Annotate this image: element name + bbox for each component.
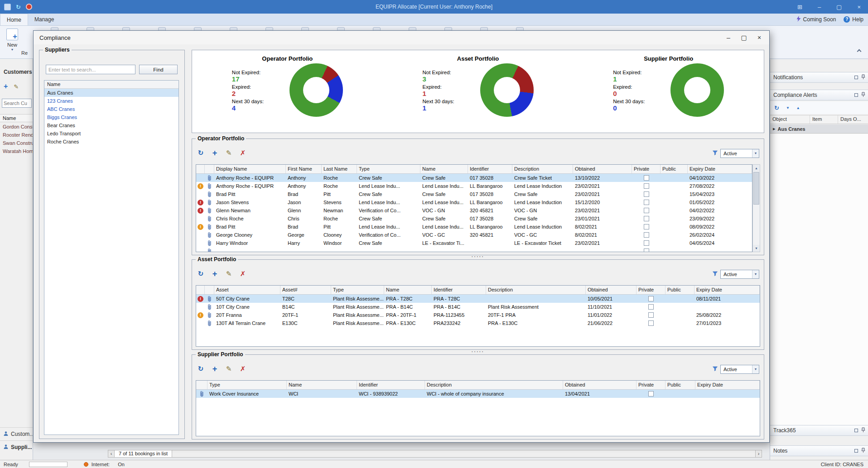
- table-row[interactable]: [196, 247, 752, 252]
- private-checkbox[interactable]: [644, 240, 649, 246]
- table-header-row[interactable]: AssetAsset#TypeNameIdentifierDescription…: [196, 286, 760, 295]
- filter-icon[interactable]: [713, 271, 718, 277]
- maximize-button[interactable]: ▢: [836, 4, 842, 10]
- supplier-item[interactable]: Biggs Cranes: [44, 113, 178, 121]
- alerts-column-headers[interactable]: Object Item Days O...: [770, 115, 868, 124]
- table-row[interactable]: Chris RocheChrisRocheCrew SafeCrew Safe0…: [196, 215, 752, 223]
- float-panel-icon[interactable]: [854, 429, 858, 432]
- layout-grid-icon[interactable]: ⊞: [797, 4, 802, 10]
- scroll-down-button[interactable]: ▼: [753, 245, 760, 252]
- supplier-item[interactable]: ABC Cranes: [44, 105, 178, 113]
- alerts-col-days[interactable]: Days O...: [838, 115, 868, 124]
- table-row[interactable]: !Glenn NewmanGlennNewmanVerification of …: [196, 206, 752, 215]
- float-panel-icon[interactable]: [854, 76, 858, 79]
- scroll-right-button[interactable]: ›: [755, 450, 762, 458]
- compliance-alerts-panel-header[interactable]: Compliance Alerts: [770, 90, 868, 100]
- vertical-scrollbar[interactable]: ▲ ▼: [752, 164, 760, 252]
- delete-button[interactable]: ✗: [239, 149, 247, 157]
- expand-all-icon[interactable]: ▼: [786, 106, 790, 110]
- add-button[interactable]: +: [211, 149, 219, 157]
- table-row[interactable]: Work Cover InsuranceWCIWCI - 938939022WC…: [196, 390, 760, 398]
- customers-name-header[interactable]: Name: [0, 114, 33, 122]
- refresh-button[interactable]: ↻: [197, 270, 205, 278]
- private-checkbox[interactable]: [648, 320, 654, 326]
- private-checkbox[interactable]: [644, 200, 649, 205]
- private-checkbox[interactable]: [648, 296, 654, 301]
- float-panel-icon[interactable]: [854, 449, 858, 453]
- active-filter-select[interactable]: Active ▼: [720, 365, 759, 374]
- tab-manage[interactable]: Manage: [28, 14, 60, 25]
- add-customer-button[interactable]: +: [4, 82, 8, 91]
- private-checkbox[interactable]: [644, 191, 649, 197]
- pin-icon[interactable]: [861, 427, 865, 434]
- dialog-titlebar[interactable]: Compliance – ▢ ×: [34, 31, 769, 44]
- float-panel-icon[interactable]: [854, 93, 858, 97]
- customer-row[interactable]: Rooster Rend: [0, 131, 33, 139]
- table-row[interactable]: !50T City CraneT28CPlant Risk Assessme..…: [196, 295, 760, 303]
- chevron-down-icon[interactable]: ▼: [752, 365, 759, 373]
- alerts-col-object[interactable]: Object: [770, 115, 810, 124]
- supplier-search-input[interactable]: [46, 65, 135, 74]
- private-checkbox[interactable]: [644, 248, 649, 252]
- private-checkbox[interactable]: [644, 208, 649, 213]
- table-row[interactable]: !20T Franna20TF-1Plant Risk Assessme...P…: [196, 311, 760, 319]
- coming-soon-label[interactable]: Coming Soon: [803, 16, 836, 23]
- supplier-item[interactable]: Bear Cranes: [44, 121, 178, 129]
- customer-row[interactable]: Swan Constru: [0, 139, 33, 147]
- delete-button[interactable]: ✗: [239, 365, 247, 373]
- supplier-item[interactable]: Aus Cranes: [44, 89, 178, 97]
- add-button[interactable]: +: [211, 365, 219, 373]
- pin-icon[interactable]: [861, 92, 865, 99]
- collapse-ribbon-icon[interactable]: [858, 50, 862, 54]
- table-header-row[interactable]: Display NameFirst NameLast NameTypeNameI…: [196, 165, 752, 174]
- nav-suppliers[interactable]: Suppli...: [0, 440, 33, 454]
- tab-home[interactable]: Home: [0, 14, 28, 25]
- refresh-icon[interactable]: ↻: [16, 4, 21, 10]
- find-button[interactable]: Find: [139, 65, 178, 74]
- private-checkbox[interactable]: [644, 175, 649, 181]
- private-checkbox[interactable]: [644, 224, 649, 229]
- edit-button[interactable]: ✎: [225, 270, 233, 278]
- supplier-list-name-header[interactable]: Name: [44, 81, 178, 89]
- pin-icon[interactable]: [861, 74, 865, 81]
- dialog-minimize-button[interactable]: –: [721, 32, 736, 43]
- private-checkbox[interactable]: [644, 183, 649, 189]
- private-checkbox[interactable]: [648, 304, 654, 310]
- table-row[interactable]: !Anthony Roche - EQUIPRAnthonyRocheLend …: [196, 182, 752, 190]
- minimize-button[interactable]: –: [818, 4, 821, 10]
- supplier-item[interactable]: Roche Cranes: [44, 138, 178, 146]
- edit-button[interactable]: ✎: [225, 149, 233, 157]
- table-row[interactable]: 130T All Terrain CraneE130CPlant Risk As…: [196, 319, 760, 327]
- private-checkbox[interactable]: [648, 312, 654, 318]
- nav-customers[interactable]: Custom...: [0, 427, 33, 440]
- expand-group-icon[interactable]: ▸: [773, 126, 776, 132]
- delete-button[interactable]: ✗: [239, 270, 247, 278]
- close-button[interactable]: ×: [857, 4, 861, 10]
- dialog-maximize-button[interactable]: ▢: [736, 32, 752, 43]
- active-filter-select[interactable]: Active ▼: [720, 270, 759, 279]
- scroll-left-button[interactable]: ‹: [108, 450, 115, 458]
- filter-icon[interactable]: [713, 150, 718, 157]
- scroll-up-button[interactable]: ▲: [753, 165, 760, 172]
- customer-row[interactable]: Waratah Hom: [0, 147, 33, 155]
- table-row[interactable]: !Jason StevensJasonStevensLend Lease Ind…: [196, 198, 752, 206]
- add-button[interactable]: +: [211, 270, 219, 278]
- new-button[interactable]: New ▼: [3, 28, 22, 57]
- table-row[interactable]: George ClooneyGeorgeClooneyVerification …: [196, 231, 752, 239]
- chevron-down-icon[interactable]: ▼: [752, 149, 759, 158]
- private-checkbox[interactable]: [644, 216, 649, 221]
- table-header-row[interactable]: TypeNameIdentifierDescriptionObtainedPri…: [196, 381, 760, 390]
- track365-panel-header[interactable]: Track365: [770, 425, 868, 436]
- refresh-alerts-button[interactable]: ↻: [774, 105, 779, 111]
- supplier-item[interactable]: Ledo Transport: [44, 129, 178, 138]
- notes-panel-header[interactable]: Notes: [770, 445, 868, 456]
- edit-customer-button[interactable]: ✎: [14, 83, 19, 90]
- chevron-down-icon[interactable]: ▼: [752, 270, 759, 278]
- table-row[interactable]: Anthony Roche - EQUIPRAnthonyRocheCrew S…: [196, 174, 752, 182]
- active-filter-select[interactable]: Active ▼: [720, 149, 759, 158]
- filter-icon[interactable]: [713, 366, 718, 372]
- dialog-close-button[interactable]: ×: [752, 32, 767, 43]
- help-label[interactable]: Help: [852, 16, 863, 23]
- collapse-all-icon[interactable]: ▲: [796, 106, 800, 110]
- pin-icon[interactable]: [861, 448, 865, 454]
